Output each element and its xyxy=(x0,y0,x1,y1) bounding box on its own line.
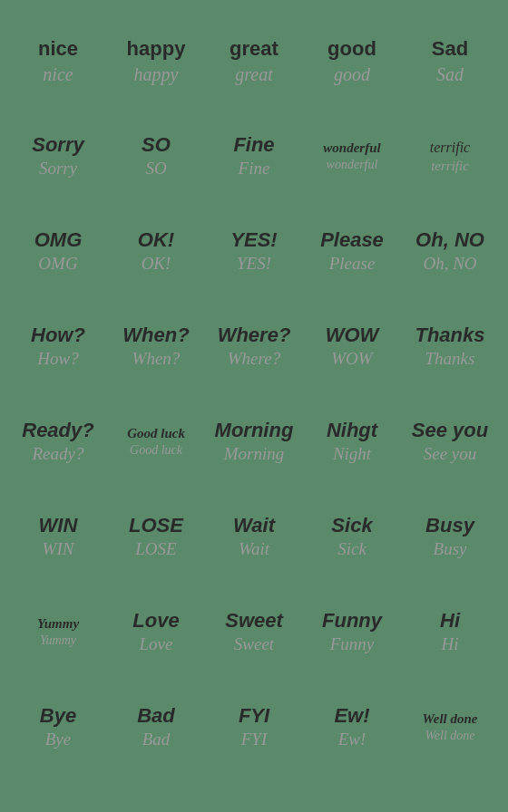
sticker-label-bottom: Morning xyxy=(224,444,285,465)
sticker-cell[interactable]: LOSELOSE xyxy=(107,494,205,580)
sticker-label-top: OK! xyxy=(138,228,174,252)
sticker-cell[interactable]: OMGOMG xyxy=(9,208,107,295)
sticker-label-top: Sweet xyxy=(225,609,283,633)
sticker-label-top: See you xyxy=(412,419,488,442)
sticker-cell[interactable]: When?When? xyxy=(107,304,205,390)
sticker-label-bottom: great xyxy=(235,63,272,85)
sticker-label-bottom: Ew! xyxy=(338,730,366,750)
sticker-label-top: Yummy xyxy=(37,615,79,632)
sticker-cell[interactable]: MorningMorning xyxy=(205,399,303,485)
sticker-cell[interactable]: SweetSweet xyxy=(205,589,303,675)
sticker-cell[interactable]: OK!OK! xyxy=(107,208,205,295)
sticker-cell[interactable]: How?How? xyxy=(9,304,107,390)
sticker-cell[interactable]: greatgreat xyxy=(205,18,303,104)
sticker-label-bottom: Bye xyxy=(45,730,71,750)
sticker-cell[interactable]: goodgood xyxy=(303,18,401,104)
sticker-cell[interactable]: HiHi xyxy=(401,589,499,675)
sticker-label-bottom: Sick xyxy=(337,539,366,560)
sticker-label-top: great xyxy=(230,37,278,61)
sticker-cell[interactable]: FineFine xyxy=(205,113,303,199)
sticker-cell[interactable]: SadSad xyxy=(401,18,499,104)
sticker-label-bottom: Hi xyxy=(442,634,459,655)
sticker-cell[interactable]: wonderfulwonderful xyxy=(303,113,401,199)
sticker-cell[interactable]: Good luckGood luck xyxy=(107,399,205,485)
sticker-cell[interactable]: See youSee you xyxy=(401,399,499,485)
sticker-label-bottom: Good luck xyxy=(130,443,182,459)
sticker-label-bottom: See you xyxy=(424,444,477,465)
sticker-label-top: Where? xyxy=(218,324,291,347)
sticker-cell[interactable]: YES!YES! xyxy=(205,208,303,295)
sticker-label-top: SO xyxy=(142,133,171,157)
sticker-label-top: Ew! xyxy=(334,704,369,728)
sticker-label-top: Sick xyxy=(331,514,372,537)
sticker-label-bottom: How? xyxy=(37,349,78,370)
sticker-label-bottom: terrific xyxy=(431,158,469,174)
sticker-label-bottom: Sweet xyxy=(234,634,274,655)
sticker-cell[interactable]: Where?Where? xyxy=(205,304,303,390)
sticker-label-top: Sorry xyxy=(32,133,83,157)
sticker-label-bottom: Well done xyxy=(425,729,474,744)
sticker-cell[interactable]: FYIFYI xyxy=(205,684,303,770)
sticker-label-top: Ready? xyxy=(22,419,93,442)
sticker-label-top: Morning xyxy=(215,419,294,442)
sticker-label-top: Thanks xyxy=(415,324,484,347)
sticker-cell[interactable]: Ew!Ew! xyxy=(303,684,401,770)
sticker-label-top: Nihgt xyxy=(327,419,377,442)
sticker-label-bottom: nice xyxy=(43,63,73,85)
sticker-label-top: YES! xyxy=(230,228,277,252)
sticker-label-bottom: YES! xyxy=(237,254,271,275)
sticker-label-top: Good luck xyxy=(127,425,185,441)
sticker-label-bottom: LOSE xyxy=(135,539,176,560)
sticker-label-bottom: Bad xyxy=(142,730,171,750)
sticker-label-top: happy xyxy=(127,37,186,61)
sticker-label-bottom: Sad xyxy=(436,63,464,85)
sticker-cell[interactable]: SickSick xyxy=(303,494,401,580)
sticker-label-bottom: wonderful xyxy=(327,158,378,173)
sticker-cell[interactable]: ByeBye xyxy=(9,684,107,770)
sticker-cell[interactable]: NihgtNight xyxy=(303,399,401,485)
sticker-cell[interactable]: SOSO xyxy=(107,113,205,199)
sticker-label-top: FYI xyxy=(239,704,269,728)
sticker-label-top: LOSE xyxy=(129,514,183,537)
sticker-label-top: Please xyxy=(320,228,384,252)
sticker-label-top: Love xyxy=(132,609,179,633)
sticker-cell[interactable]: happyhappy xyxy=(107,18,205,104)
sticker-label-top: Bye xyxy=(40,704,76,728)
sticker-cell[interactable]: WINWIN xyxy=(9,494,107,580)
sticker-label-top: Bad xyxy=(137,704,175,728)
sticker-label-bottom: OMG xyxy=(38,254,77,275)
sticker-cell[interactable]: WaitWait xyxy=(205,494,303,580)
sticker-cell[interactable]: nicenice xyxy=(9,18,107,104)
sticker-label-bottom: Fine xyxy=(239,159,270,179)
sticker-cell[interactable]: ThanksThanks xyxy=(401,304,499,390)
sticker-cell[interactable]: SorrySorry xyxy=(9,113,107,199)
sticker-label-bottom: OK! xyxy=(142,254,171,275)
sticker-label-bottom: Funny xyxy=(330,634,375,655)
sticker-label-top: Sad xyxy=(432,37,468,61)
sticker-cell[interactable]: Well doneWell done xyxy=(401,684,499,770)
sticker-label-bottom: Where? xyxy=(228,349,280,370)
sticker-label-bottom: WOW xyxy=(331,349,372,370)
sticker-cell[interactable]: FunnyFunny xyxy=(303,589,401,675)
sticker-label-top: OMG xyxy=(34,228,83,252)
sticker-cell[interactable]: terrificterrific xyxy=(401,113,499,199)
sticker-label-top: terrific xyxy=(430,139,470,156)
sticker-label-top: When? xyxy=(122,324,189,347)
sticker-label-bottom: Wait xyxy=(239,539,269,560)
sticker-label-bottom: Night xyxy=(333,444,371,465)
sticker-cell[interactable]: Oh, NOOh, NO xyxy=(401,208,499,295)
sticker-cell[interactable]: BusyBusy xyxy=(401,494,499,580)
sticker-label-bottom: Ready? xyxy=(33,444,84,465)
sticker-label-top: good xyxy=(327,37,376,61)
sticker-label-top: wonderful xyxy=(323,140,380,156)
sticker-cell[interactable]: LoveLove xyxy=(107,589,205,675)
sticker-label-bottom: WIN xyxy=(43,539,74,560)
sticker-cell[interactable]: Ready?Ready? xyxy=(9,399,107,485)
sticker-cell[interactable]: WOWWOW xyxy=(303,304,401,390)
sticker-label-top: Oh, NO xyxy=(415,228,484,252)
sticker-label-top: Busy xyxy=(425,514,474,537)
sticker-cell[interactable]: BadBad xyxy=(107,684,205,770)
sticker-label-top: How? xyxy=(31,324,85,347)
sticker-cell[interactable]: YummyYummy xyxy=(9,589,107,675)
sticker-cell[interactable]: PleasePlease xyxy=(303,208,401,295)
